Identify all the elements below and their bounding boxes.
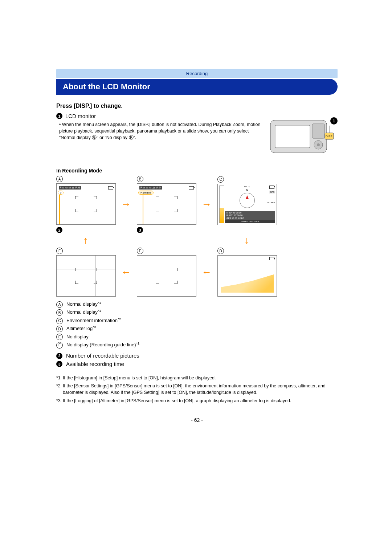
callout-badge: 3 bbox=[56, 361, 62, 367]
pressure-readout: 1013hPa bbox=[267, 201, 275, 204]
gps-info-block: N 00° 00' 00.00 E 000° 00' 00.00 GPS 10:… bbox=[225, 211, 275, 223]
footnote-key: *3 bbox=[56, 398, 61, 404]
screen-C-altitude: 0m N bbox=[244, 186, 250, 188]
focus-brackets-icon bbox=[156, 196, 177, 212]
footnote-list: *1If the [Histogram] in [Setup] menu is … bbox=[56, 375, 338, 404]
screen-A-count: 5 bbox=[58, 191, 64, 195]
label-D: D bbox=[217, 248, 224, 254]
arrow-left-icon: ← bbox=[121, 266, 131, 278]
arrow-up-icon: ↑ bbox=[83, 235, 88, 246]
arrow-right-icon: → bbox=[201, 199, 212, 210]
legend-key: B bbox=[56, 309, 63, 316]
screen-D bbox=[217, 255, 277, 297]
callout-badge-3: 3 bbox=[137, 227, 143, 233]
legend-text: Environment information bbox=[66, 318, 118, 323]
legend-key: C bbox=[56, 318, 63, 324]
intro-bullet: When the menu screen appears, the [DISP.… bbox=[59, 122, 260, 140]
label-E: E bbox=[137, 248, 143, 254]
legend-key: F bbox=[56, 342, 63, 349]
label-A: A bbox=[56, 176, 63, 182]
numbered-callout-list: 2Number of recordable pictures 3Availabl… bbox=[56, 352, 338, 368]
recording-mode-label: In Recording Mode bbox=[56, 168, 338, 174]
screen-F bbox=[56, 255, 116, 297]
arrow-right-icon: → bbox=[121, 199, 131, 210]
focus-brackets-icon bbox=[156, 268, 177, 284]
display-cycle-diagram: A P ▭ ▭ ▭ ⛰ iA ⚙ 5 2 → B P ▭ ▭ ▭ ⛰ iA ⚙ … bbox=[56, 176, 281, 297]
intro-text-block: 1 LCD monitor • When the menu screen app… bbox=[56, 113, 261, 141]
screen-B: P ▭ ▭ ▭ ⛰ iA ⚙ R1m10s bbox=[137, 183, 196, 225]
battery-icon bbox=[189, 186, 194, 190]
legend-text: Normal display bbox=[66, 310, 98, 315]
callout-text: Number of recordable pictures bbox=[66, 352, 139, 360]
page-title: About the LCD Monitor bbox=[56, 79, 338, 95]
breadcrumb: Recording bbox=[56, 69, 338, 78]
section-subhead: Press [DISP.] to change. bbox=[56, 103, 338, 109]
callout-label-1: LCD monitor bbox=[65, 113, 96, 119]
legend-key: A bbox=[56, 301, 63, 308]
focus-brackets-icon bbox=[75, 196, 97, 212]
svg-rect-1 bbox=[275, 125, 310, 148]
battery-icon bbox=[108, 186, 113, 190]
screen-B-time: R1m10s bbox=[138, 191, 154, 195]
camera-illustration: DISP. 1 bbox=[269, 113, 338, 156]
compass-icon bbox=[240, 193, 255, 208]
callout-badge: 2 bbox=[56, 353, 62, 359]
screen-B-icons: P ▭ ▭ ▭ ⛰ iA ⚙ bbox=[139, 186, 162, 190]
footnote-key: *1 bbox=[56, 375, 61, 381]
legend-text: Normal display bbox=[66, 301, 98, 307]
battery-icon bbox=[269, 186, 274, 189]
footnote-text: If the [Sensor Settings] in [GPS/Sensor]… bbox=[63, 383, 338, 396]
legend-text: Altimeter log bbox=[66, 326, 93, 331]
battery-icon bbox=[269, 257, 274, 260]
leader-line bbox=[143, 195, 143, 225]
compass-n-label: N bbox=[246, 189, 248, 191]
screen-C: 0m N N GPS 1013hPa N 00° 00' 00.00 E 000… bbox=[217, 184, 277, 225]
callout-badge-1: 1 bbox=[56, 113, 62, 119]
leader-line bbox=[59, 195, 60, 225]
page-number: - 62 - bbox=[56, 417, 338, 423]
footnote-text: If the [Logging] of [Altimeter] in [GPS/… bbox=[63, 398, 291, 404]
arrow-down-icon: ↓ bbox=[244, 235, 249, 246]
svg-rect-2 bbox=[312, 124, 324, 138]
label-B: B bbox=[137, 176, 143, 182]
legend-text: No display bbox=[66, 334, 89, 339]
focus-brackets-icon bbox=[75, 268, 97, 284]
label-F: F bbox=[56, 248, 63, 254]
label-C: C bbox=[217, 176, 224, 183]
svg-point-4 bbox=[317, 143, 320, 146]
callout-text: Available recording time bbox=[66, 360, 124, 368]
screen-E bbox=[137, 255, 196, 297]
divider bbox=[56, 164, 338, 164]
arrow-left-icon: ← bbox=[201, 266, 212, 278]
legend-text: No display (Recording guide line) bbox=[66, 342, 136, 347]
screen-A: P ▭ ▭ ▭ ⛰ iA ⚙ 5 bbox=[56, 183, 116, 225]
altitude-scale-icon bbox=[219, 186, 224, 223]
manual-page: Recording About the LCD Monitor Press [D… bbox=[0, 0, 392, 452]
footnote-text: If the [Histogram] in [Setup] menu is se… bbox=[63, 375, 216, 381]
screen-A-icons: P ▭ ▭ ▭ ⛰ iA ⚙ bbox=[59, 186, 81, 190]
svg-text:1: 1 bbox=[333, 119, 335, 123]
callout-badge-2: 2 bbox=[56, 227, 62, 233]
gps-badge: GPS bbox=[269, 191, 275, 194]
footnote-key: *2 bbox=[56, 383, 61, 389]
legend-key: E bbox=[56, 334, 63, 340]
legend-key: D bbox=[56, 326, 63, 332]
disp-button-label: DISP. bbox=[326, 135, 333, 138]
legend-list: ANormal display*1 BNormal display*1 CEnv… bbox=[56, 300, 338, 349]
